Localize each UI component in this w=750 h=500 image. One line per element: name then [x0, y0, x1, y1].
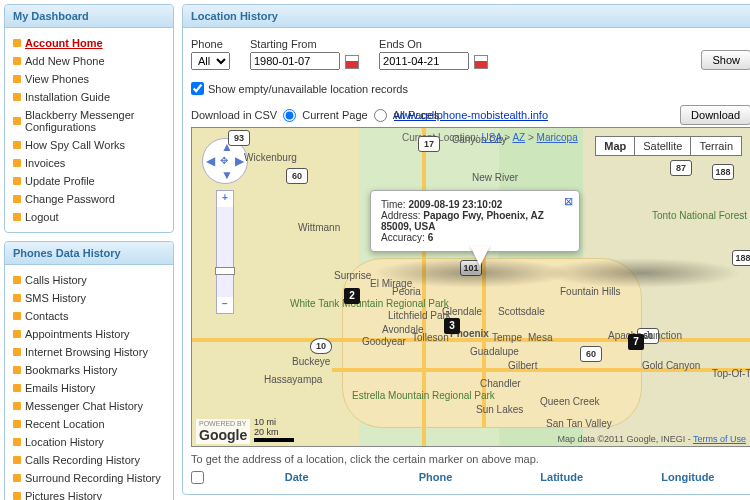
scale-bar: 10 mi 20 km [254, 417, 294, 442]
nav-link[interactable]: Surround Recording History [25, 472, 161, 484]
dashboard-nav: Account HomeAdd New PhoneView PhonesInst… [13, 34, 165, 226]
nav-link[interactable]: Pictures History [25, 490, 102, 500]
zoom-out-button[interactable]: − [217, 297, 233, 313]
bullet-icon [13, 492, 21, 500]
nav-link[interactable]: Blackberry Messenger Configurations [25, 109, 165, 133]
bullet-icon [13, 75, 21, 83]
info-window: ⊠ Time: 2009-08-19 23:10:02 Address: Pap… [370, 190, 580, 252]
col-lat[interactable]: Latitude [499, 471, 625, 486]
terms-link[interactable]: Terms of Use [693, 434, 746, 444]
to-label: Ends On [379, 38, 488, 50]
promo-link[interactable]: www.cellphone-mobistealth.info [394, 109, 548, 121]
nav-link[interactable]: Location History [25, 436, 104, 448]
bullet-icon [13, 474, 21, 482]
info-time: 2009-08-19 23:10:02 [408, 199, 502, 210]
nav-link[interactable]: Internet Browsing History [25, 346, 148, 358]
park-label: Tonto National Forest [652, 210, 732, 221]
city-label: Apache Junction [608, 330, 682, 341]
city-label: Mesa [528, 332, 552, 343]
city-label: Queen Creek [540, 396, 599, 407]
city-label: Gilbert [508, 360, 537, 371]
map-type-controls: Map Satellite Terrain [595, 136, 742, 156]
map-marker[interactable]: 3 [444, 318, 460, 334]
nav-link[interactable]: Installation Guide [25, 91, 110, 103]
interstate-shield: 10 [310, 338, 332, 354]
nav-link[interactable]: Change Password [25, 193, 115, 205]
dl-current-radio[interactable] [283, 109, 296, 122]
nav-link[interactable]: Invoices [25, 157, 65, 169]
nav-link[interactable]: How Spy Call Works [25, 139, 125, 151]
bullet-icon [13, 402, 21, 410]
map[interactable]: Current Location: USA > AZ > Maricopa Ma… [191, 127, 750, 447]
bullet-icon [13, 57, 21, 65]
nav-link[interactable]: Add New Phone [25, 55, 105, 67]
select-all-checkbox[interactable] [191, 471, 204, 484]
nav-link[interactable]: Calls History [25, 274, 87, 286]
calendar-icon[interactable] [474, 55, 488, 69]
city-label: Tolleson [412, 332, 449, 343]
phone-label: Phone [191, 38, 230, 50]
nav-link[interactable]: Contacts [25, 310, 68, 322]
filter-row: Phone All Starting From Ends On Show [191, 34, 750, 78]
city-label: Guadalupe [470, 346, 519, 357]
nav-link[interactable]: Calls Recording History [25, 454, 140, 466]
nav-link[interactable]: Bookmarks History [25, 364, 117, 376]
history-panel: Phones Data History Calls HistorySMS His… [4, 241, 174, 500]
nav-link[interactable]: Appointments History [25, 328, 130, 340]
from-label: Starting From [250, 38, 359, 50]
nav-link[interactable]: Emails History [25, 382, 95, 394]
show-button[interactable]: Show [701, 50, 750, 70]
route-shield: 188 [712, 164, 734, 180]
map-marker[interactable]: 2 [344, 288, 360, 304]
nav-link[interactable]: View Phones [25, 73, 89, 85]
route-shield: 87 [670, 160, 692, 176]
calendar-icon[interactable] [345, 55, 359, 69]
city-label: Buckeye [292, 356, 330, 367]
show-empty-checkbox[interactable] [191, 82, 204, 95]
bc-maricopa[interactable]: Maricopa [537, 132, 578, 143]
bullet-icon [13, 294, 21, 302]
to-input[interactable] [379, 52, 469, 70]
route-shield: 188 [732, 250, 750, 266]
nav-link[interactable]: Logout [25, 211, 59, 223]
close-icon[interactable]: ⊠ [564, 195, 573, 208]
download-button[interactable]: Download [680, 105, 750, 125]
pan-left-icon[interactable]: ◀ [206, 154, 215, 168]
city-label: Surprise [334, 270, 371, 281]
zoom-slider[interactable] [217, 207, 233, 297]
map-type-map[interactable]: Map [596, 137, 634, 155]
city-label: Sun Lakes [476, 404, 523, 415]
pan-down-icon[interactable]: ▼ [221, 168, 233, 182]
col-lon[interactable]: Longitude [625, 471, 750, 486]
bullet-icon [13, 159, 21, 167]
from-input[interactable] [250, 52, 340, 70]
nav-link[interactable]: Account Home [25, 37, 103, 49]
city-label: Scottsdale [498, 306, 545, 317]
nav-link[interactable]: SMS History [25, 292, 86, 304]
dl-current-label: Current Page [302, 109, 367, 121]
bullet-icon [13, 456, 21, 464]
zoom-in-button[interactable]: + [217, 191, 233, 207]
zoom-thumb[interactable] [215, 267, 235, 275]
nav-link[interactable]: Recent Location [25, 418, 105, 430]
nav-link[interactable]: Messenger Chat History [25, 400, 143, 412]
bc-az[interactable]: AZ [512, 132, 525, 143]
city-label: Wickenburg [244, 152, 297, 163]
map-type-satellite[interactable]: Satellite [634, 137, 690, 155]
phone-select[interactable]: All [191, 52, 230, 70]
col-phone[interactable]: Phone [372, 471, 498, 486]
city-label: Top-Of-The [712, 368, 750, 379]
page-title: Location History [183, 5, 750, 28]
dl-all-radio[interactable] [374, 109, 387, 122]
pan-right-icon[interactable]: ▶ [235, 154, 244, 168]
pan-reset-icon[interactable]: ✥ [220, 155, 228, 166]
map-type-terrain[interactable]: Terrain [690, 137, 741, 155]
bullet-icon [13, 177, 21, 185]
dashboard-title: My Dashboard [5, 5, 173, 28]
bullet-icon [13, 420, 21, 428]
park-label: Estrella Mountain Regional Park [352, 390, 442, 401]
nav-link[interactable]: Update Profile [25, 175, 95, 187]
map-attribution: Map data ©2011 Google, INEGI - Terms of … [557, 434, 746, 444]
map-marker[interactable]: 7 [628, 334, 644, 350]
col-date[interactable]: Date [221, 471, 372, 486]
